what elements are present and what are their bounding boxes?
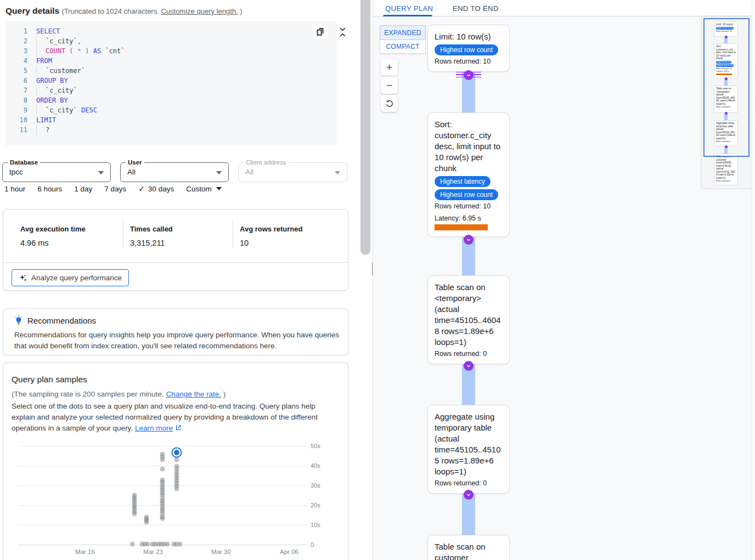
minimap-latency-label: Latency: 6.95 s: [716, 70, 736, 73]
time-range-label: 7 days: [104, 185, 126, 193]
tab-query-plan[interactable]: QUERY PLAN: [385, 0, 433, 16]
sql-token: FROM: [36, 57, 52, 65]
time-range-label: 6 hours: [37, 185, 62, 193]
page: Query details (Truncated to 1024 charact…: [0, 0, 755, 560]
minimap-node: Table scan on customer (cost=199100 rows…: [714, 154, 738, 185]
plan-node[interactable]: Table scan on <temporary> (actual time=4…: [427, 275, 510, 364]
samples-title: Query plan samples: [12, 375, 87, 384]
sql-token: AS: [93, 47, 101, 55]
sample-dot[interactable]: [177, 541, 182, 546]
analyze-query-performance-button[interactable]: Analyze query performance: [12, 269, 129, 286]
selected-sample-dot[interactable]: [174, 450, 179, 455]
time-range-1-day[interactable]: 1 day: [74, 184, 92, 193]
metric-value: 3,315,211: [130, 239, 173, 247]
sample-dot[interactable]: [174, 457, 179, 462]
change-the-rate-link[interactable]: Change the rate.: [166, 390, 221, 398]
expand-node-icon[interactable]: [464, 490, 474, 500]
minimap-node-dot: [725, 77, 728, 80]
divider: [3, 262, 349, 263]
client-address-label: Client address: [244, 159, 289, 166]
minimap-rows-label: Rows returned: 0: [716, 140, 736, 143]
time-range-1-hour[interactable]: 1 hour: [4, 184, 25, 193]
recommendations-body: Recommendations for query insights help …: [14, 330, 341, 352]
plan-minimap[interactable]: Limit: 10 row(s)Highest row countRows re…: [702, 16, 752, 188]
plan-node[interactable]: Sort: customer.c_city desc, limit input …: [427, 112, 510, 237]
metric-avg-rows-returned: Avg rows returned10: [240, 225, 302, 247]
plan-tabbar: QUERY PLAN END TO END: [373, 0, 752, 16]
time-range-7-days[interactable]: 7 days: [104, 184, 126, 193]
collapse-sql-button[interactable]: [336, 25, 348, 39]
sql-token: (: [65, 47, 77, 55]
copy-sql-button[interactable]: [313, 24, 328, 39]
minimap-node-badge: Highest row count: [716, 64, 734, 67]
analyze-button-label: Analyze query performance: [31, 274, 122, 282]
sql-token: `c_city`: [46, 106, 77, 114]
customize-query-length-link[interactable]: Customize query length.: [161, 7, 238, 15]
recommendations-card: Recommendations Recommendations for quer…: [3, 308, 348, 355]
sample-dot[interactable]: [144, 515, 149, 520]
sample-dot[interactable]: [165, 541, 170, 546]
sql-token: `c_city`: [46, 87, 77, 94]
sql-token: ,: [77, 37, 81, 45]
sample-dot[interactable]: [129, 541, 134, 546]
metric-avg-execution-time: Avg execution time4.96 ms: [20, 225, 86, 247]
metrics-card: Avg execution time4.96 ms Times called3,…: [3, 209, 348, 291]
database-label: Database: [8, 159, 40, 166]
metric-label: Times called: [130, 225, 173, 233]
minimap-latency-bar: [716, 73, 732, 75]
database-select[interactable]: Database tpcc: [2, 162, 111, 182]
sql-token: SELECT: [36, 27, 60, 35]
time-range-custom[interactable]: Custom: [186, 184, 222, 193]
minimap-node-title: Limit: 10 row(s): [716, 23, 736, 26]
sql-line: 5`customer`: [5, 66, 336, 76]
user-select[interactable]: User All: [120, 162, 229, 182]
time-range-6-hours[interactable]: 6 hours: [37, 184, 62, 193]
sql-line: 3COUNT ( * ) AS `cnt`: [5, 46, 336, 56]
sample-dot[interactable]: [132, 493, 137, 498]
plan-node[interactable]: Aggregate using temporary table (actual …: [427, 405, 510, 494]
sample-dot[interactable]: [160, 466, 165, 471]
metric-label: Avg rows returned: [240, 225, 302, 233]
plan-node[interactable]: Table scan on customer: [427, 535, 510, 560]
minimap-node-title: Aggregate using temporary table (actual …: [716, 122, 736, 140]
dropdown-arrow-icon: [216, 171, 222, 174]
sample-dot[interactable]: [174, 486, 179, 491]
minimap-node-dot: [725, 145, 728, 148]
expand-node-icon[interactable]: [464, 70, 474, 80]
sql-line: 10LIMIT: [5, 115, 336, 125]
recommendations-title: Recommendations: [27, 316, 96, 325]
line-number: 6: [5, 76, 27, 86]
minimap-node-badge: Highest latency: [716, 61, 731, 64]
plan-node-badge: Highest row count: [435, 44, 498, 55]
time-range-30-days[interactable]: ✓30 days: [138, 184, 174, 193]
minimap-rows-label: Rows returned: 0: [716, 106, 736, 109]
sql-token: *: [77, 47, 81, 55]
plan-node[interactable]: Limit: 10 row(s)Highest row countRows re…: [427, 25, 510, 72]
line-number: 8: [5, 95, 27, 105]
plan-node-title: Aggregate using temporary table (actual …: [435, 411, 503, 477]
user-value: All: [127, 168, 136, 176]
client-address-value: All: [245, 168, 253, 176]
external-link-icon: [175, 425, 182, 431]
learn-more-link[interactable]: Learn more: [135, 424, 173, 432]
minimap-rows-label: Rows returned: 0: [716, 180, 736, 183]
sql-text: LIMIT: [27, 115, 56, 125]
left-scrollbar[interactable]: [360, 0, 370, 255]
expand-node-icon[interactable]: [464, 235, 474, 245]
sql-text: SELECT: [27, 26, 60, 36]
metric-value: 10: [240, 239, 302, 247]
tab-end-to-end[interactable]: END TO END: [453, 0, 499, 16]
sample-dot[interactable]: [160, 457, 165, 462]
check-icon: ✓: [138, 184, 145, 193]
sql-line: 6GROUP BY: [5, 76, 336, 86]
sql-text: `customer`: [36, 66, 85, 76]
database-value: tpcc: [9, 168, 23, 176]
sql-token: ORDER BY: [36, 97, 68, 104]
expand-node-icon[interactable]: [464, 361, 474, 371]
sample-dot[interactable]: [145, 541, 150, 546]
rows-returned-label: Rows returned: 0: [435, 479, 503, 487]
sample-dot[interactable]: [160, 516, 165, 521]
sql-line: 8ORDER BY: [5, 95, 336, 105]
plan-canvas[interactable]: Limit: 10 row(s)Highest row countRows re…: [373, 16, 752, 560]
sql-line: 4FROM: [5, 56, 336, 66]
